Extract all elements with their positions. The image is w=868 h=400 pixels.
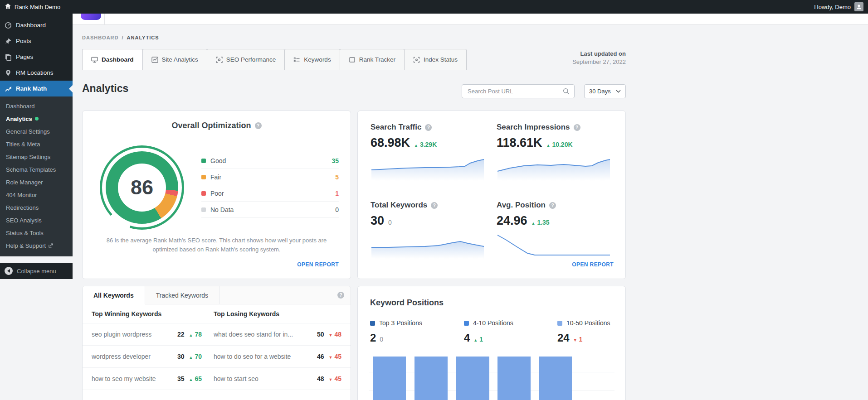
table-row <box>83 390 351 400</box>
tab-keywords[interactable]: Keywords <box>284 49 340 70</box>
dashboard-icon <box>5 22 12 29</box>
sidebar-item-label: Posts <box>16 38 31 44</box>
sidebar-item-rm-locations[interactable]: RM Locations <box>0 65 73 81</box>
sidebar-item-label: Pages <box>16 53 33 60</box>
submenu-item-analytics[interactable]: Analytics <box>0 112 73 125</box>
down-arrow-icon: ▼ <box>573 338 577 342</box>
total-keywords-sparkline <box>371 233 485 259</box>
home-icon[interactable] <box>5 3 11 11</box>
help-icon[interactable] <box>337 292 344 299</box>
down-arrow-icon: ▼ <box>329 333 333 337</box>
help-icon[interactable] <box>574 124 580 131</box>
keyword-link[interactable]: seo plugin wordpress <box>92 331 177 338</box>
help-icon[interactable] <box>431 202 438 209</box>
help-icon[interactable] <box>255 122 262 129</box>
search-icon[interactable] <box>563 88 570 95</box>
keyword-link[interactable]: how to start seo <box>214 375 317 382</box>
up-arrow-icon: ▲ <box>473 338 478 342</box>
sidebar-item-posts[interactable]: Posts <box>0 33 73 49</box>
collapse-menu-button[interactable]: Collapse menu <box>0 263 73 279</box>
open-report-link[interactable]: OPEN REPORT <box>297 261 339 268</box>
tab-seo-performance[interactable]: SEO Performance <box>207 49 285 70</box>
positions-bar <box>414 357 448 400</box>
seo-score-donut-chart: 86 <box>100 145 184 230</box>
positions-bar <box>497 357 531 400</box>
submenu-item-titles-meta[interactable]: Titles & Meta <box>0 138 73 150</box>
up-arrow-icon: ▲ <box>189 355 193 360</box>
submenu-item-general-settings[interactable]: General Settings <box>0 125 73 138</box>
submenu-item-sitemap-settings[interactable]: Sitemap Settings <box>0 150 73 163</box>
eye-brackets-icon <box>413 57 420 63</box>
good-swatch <box>201 159 206 163</box>
period-select[interactable]: 30 Days <box>584 84 626 98</box>
user-greeting[interactable]: Howdy, Demo <box>814 4 851 10</box>
help-icon[interactable] <box>425 124 432 131</box>
card-title: Overall Optimization <box>171 121 251 130</box>
submenu-item-role-manager[interactable]: Role Manager <box>0 176 73 188</box>
seo-score-value: 86 <box>100 145 184 230</box>
score-caption: 86 is the average Rank Math's SEO score.… <box>101 236 332 254</box>
submenu-item-help-support[interactable]: Help & Support <box>0 239 73 252</box>
breadcrumb-parent[interactable]: DASHBOARD <box>82 35 119 40</box>
breadcrumb-separator: / <box>122 35 124 40</box>
tab-dashboard[interactable]: Dashboard <box>82 49 143 70</box>
light-swatch <box>557 321 562 326</box>
tab-rank-tracker[interactable]: Rank Tracker <box>340 49 405 70</box>
card-title: Keyword Positions <box>370 298 444 308</box>
down-arrow-icon: ▼ <box>329 355 333 360</box>
down-arrow-icon: ▼ <box>329 377 333 382</box>
sidebar-item-dashboard[interactable]: Dashboard <box>0 17 73 33</box>
external-link-icon <box>49 243 53 248</box>
submenu-item-schema-templates[interactable]: Schema Templates <box>0 163 73 176</box>
keyword-link[interactable]: how to do seo for a website <box>214 353 317 360</box>
tab-tracked-keywords[interactable]: Tracked Keywords <box>145 286 219 304</box>
site-name[interactable]: Rank Math Demo <box>15 4 60 10</box>
keyword-link[interactable]: what does seo stand for in... <box>214 331 317 338</box>
submenu-item-seo-analysis[interactable]: SEO Analysis <box>0 214 73 227</box>
stat-search-traffic: Search Traffic 68.98K ▲ 3.29K <box>371 123 487 181</box>
main-content: DASHBOARD / ANALYTICS Dashboard Site Ana… <box>73 14 868 400</box>
focus-icon <box>216 57 223 63</box>
list-icon <box>293 57 300 63</box>
fair-swatch <box>201 175 206 179</box>
legend-row-poor: Poor 1 <box>201 185 339 202</box>
breadcrumb-current: ANALYTICS <box>127 35 159 40</box>
up-arrow-icon: ▲ <box>189 333 193 337</box>
keywords-table-header: Top Winning Keywords Top Losing Keywords <box>83 304 351 323</box>
overall-optimization-card: Overall Optimization 86 Good 35 Fair 5 P… <box>82 111 351 279</box>
sidebar: Dashboard Posts Pages RM Locations Rank … <box>0 14 73 279</box>
sidebar-item-rank-math[interactable]: Rank Math <box>0 81 73 96</box>
submenu-item-status-tools[interactable]: Status & Tools <box>0 227 73 239</box>
group-10-50: 10-50 Positions 24▼ 1 <box>557 319 626 344</box>
avatar[interactable] <box>854 2 863 11</box>
tab-bar: Dashboard Site Analytics SEO Performance… <box>82 49 467 70</box>
table-row: seo plugin wordpress 22 ▲ 78 what does s… <box>83 323 351 346</box>
tab-index-status[interactable]: Index Status <box>404 49 467 70</box>
table-row: how to seo my website 35 ▲ 65 how to sta… <box>83 368 351 390</box>
rank-math-logo <box>81 14 101 20</box>
collapse-arrow-icon <box>5 267 13 275</box>
search-post-url <box>462 84 575 98</box>
keyword-link[interactable]: wordpress developer <box>92 353 177 360</box>
open-report-link[interactable]: OPEN REPORT <box>572 261 614 268</box>
submenu-item-dashboard[interactable]: Dashboard <box>0 100 73 112</box>
sidebar-item-label: Dashboard <box>16 22 46 29</box>
sidebar-item-pages[interactable]: Pages <box>0 49 73 65</box>
tab-site-analytics[interactable]: Site Analytics <box>142 49 207 70</box>
submenu-item-redirections[interactable]: Redirections <box>0 201 73 214</box>
up-arrow-icon: ▲ <box>189 377 193 382</box>
search-input[interactable] <box>462 88 563 95</box>
keywords-tab-bar: All Keywords Tracked Keywords <box>83 286 351 304</box>
stat-search-impressions: Search Impressions 118.61K ▲ 10.20K <box>497 123 613 181</box>
legend-row-fair: Fair 5 <box>201 169 339 185</box>
submenu-item-404-monitor[interactable]: 404 Monitor <box>0 188 73 201</box>
positions-bar <box>373 357 406 400</box>
monitor-icon <box>91 57 98 63</box>
table-row: wordpress developer 30 ▲ 70 how to do se… <box>83 346 351 368</box>
keyword-link[interactable]: how to seo my website <box>92 375 177 382</box>
help-icon[interactable] <box>549 202 556 209</box>
chart-square-icon <box>151 57 158 63</box>
up-arrow-icon: ▲ <box>414 143 418 148</box>
tab-all-keywords[interactable]: All Keywords <box>83 286 145 304</box>
up-arrow-icon: ▲ <box>532 221 536 226</box>
